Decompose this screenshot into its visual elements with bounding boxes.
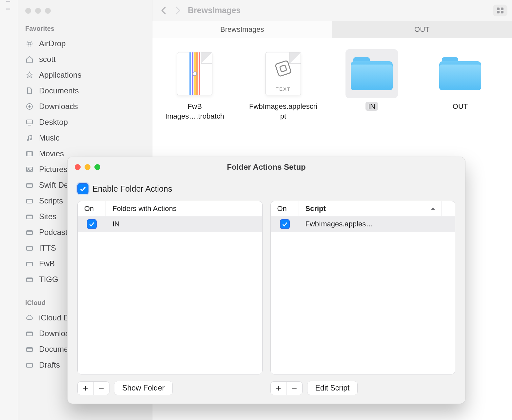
folders-add-remove: + − (77, 381, 109, 395)
add-script-button[interactable]: + (271, 382, 286, 395)
col-on[interactable]: On (78, 201, 106, 216)
file-label: FwbImages.applescript (249, 102, 318, 121)
col-script[interactable]: Script (299, 201, 442, 216)
folder-icon (25, 259, 34, 268)
pictures-icon (25, 165, 34, 174)
movies-icon (25, 149, 34, 158)
folder-icon (345, 49, 398, 98)
folder-actions-window: Folder Actions Setup Enable Folder Actio… (67, 157, 465, 404)
back-button[interactable] (157, 4, 171, 17)
folder-icon (25, 181, 34, 189)
folders-panel: On Folders with Actions IN (77, 201, 263, 374)
fas-titlebar: Folder Actions Setup (68, 157, 465, 177)
sidebar-item-desktop[interactable]: Desktop (18, 114, 152, 130)
sidebar-item-label: Applications (39, 70, 81, 80)
folder-icon (25, 197, 34, 205)
close-icon[interactable] (25, 8, 31, 14)
svg-point-0 (28, 42, 31, 45)
sidebar-item-documents[interactable]: Documents (18, 83, 152, 99)
col-spacer (442, 201, 455, 216)
folder-row-checkbox[interactable] (87, 219, 97, 229)
file-label: FwB Images….trobatch (160, 102, 229, 121)
sidebar-item-label: ITTS (39, 243, 56, 253)
home-icon (25, 55, 34, 64)
remove-folder-button[interactable]: − (93, 382, 109, 395)
col-spacer (249, 201, 262, 216)
file-item-in[interactable]: IN (337, 49, 406, 111)
enable-folder-actions-row: Enable Folder Actions (68, 177, 465, 201)
sidebar-item-label: Downloads (39, 102, 78, 111)
icon-view-icon[interactable] (496, 7, 505, 14)
cloud-icon (25, 314, 34, 322)
apps-icon (25, 71, 34, 79)
window-controls (18, 5, 152, 22)
svg-rect-20 (501, 8, 503, 10)
file-item-out[interactable]: OUT (426, 49, 495, 111)
folder-icon (25, 345, 34, 353)
add-folder-button[interactable]: + (78, 382, 93, 395)
scripts-add-remove: + − (270, 381, 303, 395)
svg-point-1 (27, 41, 32, 46)
edit-script-button[interactable]: Edit Script (307, 381, 358, 395)
sidebar-item-label: AirDrop (39, 39, 66, 48)
sidebar-item-label: Drafts (39, 360, 60, 370)
sidebar-item-label: Sites (39, 212, 56, 221)
sidebar-item-label: Pictures (39, 165, 68, 174)
sidebar-item-label: Desktop (39, 118, 68, 127)
sidebar-item-label: FwB (39, 259, 55, 268)
folder-icon (25, 212, 34, 221)
document-icon (25, 86, 34, 95)
file-item-fwb-images-trobatch[interactable]: FwB Images….trobatch (160, 49, 229, 121)
retrobatch-icon (168, 49, 221, 98)
svg-rect-22 (501, 11, 503, 13)
tab-brewsimages[interactable]: BrewsImages (152, 21, 332, 38)
folder-icon (25, 244, 34, 252)
enable-folder-actions-label: Enable Folder Actions (92, 184, 172, 194)
folder-row[interactable]: IN (78, 216, 262, 232)
airdrop-icon (25, 39, 34, 48)
sidebar-item-label: TIGG (39, 275, 58, 284)
remove-script-button[interactable]: − (286, 382, 302, 395)
forward-button[interactable] (171, 4, 185, 17)
download-icon (25, 102, 34, 111)
sidebar-item-label: Scripts (39, 196, 63, 205)
col-on[interactable]: On (271, 201, 299, 216)
script-row[interactable]: FwbImages.apples… (271, 216, 455, 232)
show-folder-button[interactable]: Show Folder (114, 381, 173, 395)
sidebar-item-label: Documents (39, 86, 79, 95)
folder-icon (25, 228, 34, 237)
minimize-icon[interactable] (35, 8, 41, 14)
folders-header: On Folders with Actions (78, 201, 262, 216)
tab-label: BrewsImages (220, 25, 264, 34)
tab-label: OUT (414, 25, 429, 34)
folder-icon (25, 361, 34, 369)
applescript-icon: TEXT (257, 49, 309, 98)
desktop-icon (25, 118, 34, 126)
folder-row-label: IN (106, 220, 120, 228)
file-label: IN (337, 102, 406, 111)
tab-bar: BrewsImages OUT (152, 21, 512, 38)
sidebar-item-airdrop[interactable]: AirDrop (18, 36, 152, 51)
svg-point-4 (27, 139, 29, 141)
zoom-icon[interactable] (45, 8, 51, 14)
script-row-label: FwbImages.apples… (299, 220, 373, 228)
col-folders[interactable]: Folders with Actions (106, 201, 249, 216)
svg-rect-19 (497, 8, 500, 10)
sidebar-item-applications[interactable]: Applications (18, 67, 152, 83)
tab-out[interactable]: OUT (332, 21, 512, 38)
folder-icon (434, 49, 486, 98)
enable-folder-actions-checkbox[interactable] (77, 183, 89, 194)
sidebar-item-scott[interactable]: scott (18, 51, 152, 67)
sidebar-item-label: Movies (39, 149, 64, 158)
svg-rect-3 (27, 120, 32, 124)
file-item-fwbimages-applescript[interactable]: TEXT FwbImages.applescript (249, 49, 318, 121)
file-label: OUT (426, 102, 495, 111)
folder-icon (25, 275, 34, 284)
script-row-checkbox[interactable] (280, 219, 290, 229)
sidebar-item-label: Podcasts (39, 228, 71, 237)
sidebar-item-label: scott (39, 55, 56, 64)
view-switcher[interactable] (493, 5, 507, 16)
sidebar-item-music[interactable]: Music (18, 130, 152, 146)
sidebar-item-downloads[interactable]: Downloads (18, 99, 152, 114)
toolbar: BrewsImages (152, 0, 512, 21)
